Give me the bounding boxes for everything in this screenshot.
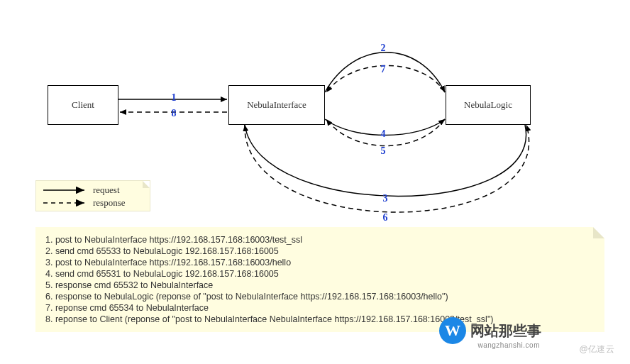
- legend-request-line-icon: [42, 186, 87, 194]
- watermark-yiyun: @亿速云: [580, 343, 614, 355]
- legend-response-line-icon: [42, 199, 87, 207]
- node-interface-label: NebulaInterface: [247, 99, 306, 111]
- legend-row-response: response: [42, 197, 144, 209]
- edge-label-4: 4: [381, 128, 386, 140]
- legend-box: request response: [35, 180, 150, 211]
- edge-label-7: 7: [381, 64, 386, 75]
- edge-label-5: 5: [381, 145, 386, 157]
- watermark-brand: W 网站那些事 wangzhanshi.com: [439, 317, 541, 344]
- step-7: 7. reponse cmd 65534 to NebulaInterface: [45, 302, 595, 314]
- node-interface: NebulaInterface: [228, 85, 325, 125]
- node-logic-label: NebulaLogic: [464, 99, 512, 111]
- edge-label-2: 2: [381, 43, 386, 54]
- node-logic: NebulaLogic: [446, 85, 531, 125]
- brand-text: 网站那些事: [470, 323, 541, 338]
- node-client-label: Client: [72, 99, 94, 111]
- edge-5: [326, 119, 445, 146]
- legend-request-label: request: [93, 184, 120, 196]
- brand-text-wrap: 网站那些事 wangzhanshi.com: [470, 321, 541, 341]
- steps-note: 1. post to NebulaInterface https://192.1…: [35, 227, 604, 332]
- step-2: 2. send cmd 65533 to NebulaLogic 192.168…: [45, 246, 595, 257]
- brand-badge-icon: W: [439, 317, 466, 344]
- brand-url: wangzhanshi.com: [477, 341, 540, 349]
- step-6: 6. response to NebulaLogic (reponse of "…: [45, 291, 595, 302]
- legend-row-request: request: [42, 184, 144, 197]
- step-1: 1. post to NebulaInterface https://192.1…: [45, 234, 595, 246]
- note-corner-icon: [143, 181, 150, 188]
- legend-response-label: response: [93, 197, 126, 209]
- edge-7: [326, 66, 445, 93]
- step-3: 3. post to NebulaInterface https://192.1…: [45, 257, 595, 268]
- edge-label-1: 1: [172, 92, 177, 104]
- edge-label-6: 6: [383, 212, 388, 224]
- step-5: 5. response cmd 65532 to NebulaInterface: [45, 280, 595, 291]
- node-client: Client: [48, 85, 118, 125]
- note-corner-icon: [593, 227, 604, 238]
- step-4: 4. send cmd 65531 to NebulaLogic 192.168…: [45, 268, 595, 280]
- edge-label-3: 3: [383, 193, 388, 204]
- edge-label-8: 8: [172, 108, 177, 119]
